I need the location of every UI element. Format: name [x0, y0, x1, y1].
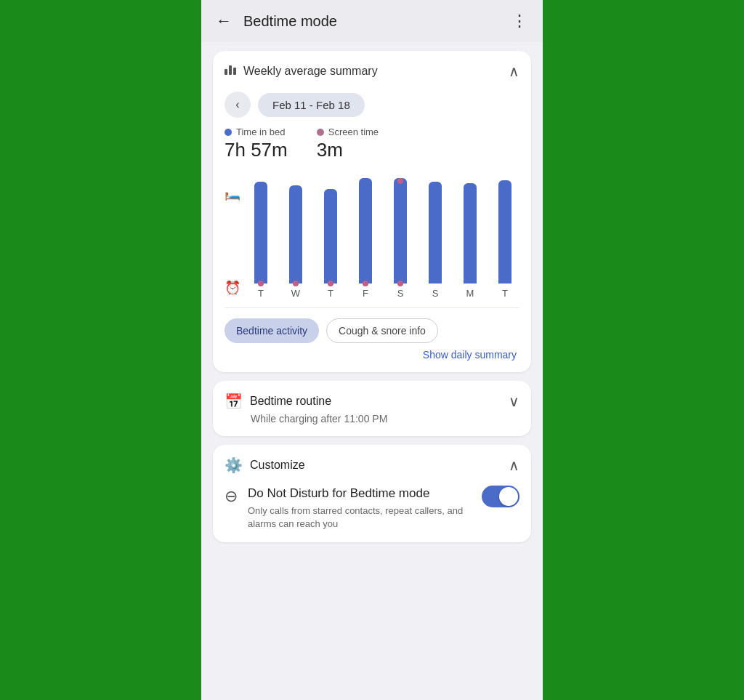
- stats-row: Time in bed 7h 57m Screen time 3m: [225, 126, 519, 161]
- page-title: Bedtime mode: [243, 13, 500, 30]
- bed-icon: 🛏️: [225, 185, 240, 201]
- collapse-customize-button[interactable]: ∧: [509, 456, 519, 474]
- bar-label-m: M: [466, 288, 474, 299]
- more-options-button[interactable]: ⋮: [512, 12, 528, 31]
- dnd-row: ⊖ Do Not Disturb for Bedtime mode Only c…: [225, 486, 519, 531]
- show-daily-summary-link[interactable]: Show daily summary: [225, 349, 519, 361]
- bar-label-t2: T: [328, 288, 333, 299]
- bar-label-f: F: [363, 288, 368, 299]
- customize-title: Customize: [250, 459, 305, 472]
- alarm-icon: ⏰: [225, 280, 240, 296]
- bar-fill-s2: [429, 182, 442, 283]
- customize-left: ⚙️ Customize: [225, 456, 305, 474]
- bar-label-t1: T: [258, 288, 264, 299]
- time-in-bed-value: 7h 57m: [225, 139, 288, 161]
- bar-label-w: W: [291, 288, 300, 299]
- bar-marker-t1: [258, 281, 264, 286]
- screen-time-stat: Screen time 3m: [317, 126, 379, 161]
- bar-col-s2: S: [421, 167, 450, 299]
- bar-marker-t2: [328, 281, 333, 286]
- bar-marker-w: [293, 281, 299, 286]
- bar-fill-m: [464, 183, 477, 283]
- bar-fill-f: [359, 178, 372, 283]
- customize-card-header: ⚙️ Customize ∧: [225, 456, 519, 474]
- prev-date-button[interactable]: ‹: [225, 92, 251, 118]
- bar-fill-w: [289, 185, 302, 283]
- bar-fill-s1: [394, 178, 407, 283]
- chart-side-icons: 🛏️ ⏰: [225, 182, 240, 299]
- cough-snore-tab[interactable]: Cough & snore info: [326, 318, 438, 343]
- back-button[interactable]: ←: [216, 12, 232, 31]
- screen-time-dot: [317, 129, 324, 136]
- routine-subtitle: While charging after 11:00 PM: [251, 413, 519, 425]
- bar-fill-t1: [254, 182, 267, 283]
- bar-col-f: F: [351, 167, 380, 299]
- bar-label-s2: S: [432, 288, 439, 299]
- phone-frame: ← Bedtime mode ⋮ Weekly average summary …: [201, 0, 543, 700]
- bars-container: T W: [246, 167, 519, 299]
- bar-marker-s1: [397, 281, 403, 286]
- tab-row: Bedtime activity Cough & snore info: [225, 318, 519, 343]
- expand-routine-button[interactable]: ∨: [509, 393, 519, 410]
- routine-title: Bedtime routine: [250, 395, 331, 408]
- screen-time-value: 3m: [317, 139, 379, 161]
- chart-divider: [225, 307, 519, 308]
- weekly-summary-title: Weekly average summary: [243, 65, 378, 78]
- bedtime-activity-tab[interactable]: Bedtime activity: [225, 318, 319, 343]
- customize-card: ⚙️ Customize ∧ ⊖ Do Not Disturb for Bedt…: [213, 445, 531, 542]
- collapse-weekly-summary-button[interactable]: ∧: [509, 63, 519, 80]
- bar-col-w: W: [281, 167, 310, 299]
- time-in-bed-label: Time in bed: [236, 126, 285, 137]
- bar-chart-area: 🛏️ ⏰ T: [225, 167, 519, 299]
- calendar-icon: 📅: [225, 393, 243, 410]
- bar-col-t3: T: [490, 167, 519, 299]
- time-in-bed-stat: Time in bed 7h 57m: [225, 126, 288, 161]
- dnd-title: Do Not Disturb for Bedtime mode: [248, 486, 472, 502]
- bar-marker-f: [363, 281, 368, 286]
- bar-fill-t2: [324, 189, 337, 283]
- header: ← Bedtime mode ⋮: [201, 0, 543, 42]
- bar-label-s1: S: [397, 288, 404, 299]
- screen-time-label: Screen time: [328, 126, 379, 137]
- dnd-icon: ⊖: [225, 487, 238, 506]
- bar-col-s1: S: [386, 167, 415, 299]
- weekly-summary-header: Weekly average summary ∧: [225, 63, 519, 80]
- dnd-desc: Only calls from starred contacts, repeat…: [248, 504, 472, 531]
- gear-icon: ⚙️: [225, 456, 243, 474]
- dnd-text-block: Do Not Disturb for Bedtime mode Only cal…: [248, 486, 472, 531]
- routine-card-left: 📅 Bedtime routine: [225, 393, 331, 410]
- bar-top-marker-s1: [397, 178, 403, 184]
- card-header-left: Weekly average summary: [225, 65, 378, 78]
- routine-card-header: 📅 Bedtime routine ∨: [225, 393, 519, 410]
- bar-chart-icon: [225, 65, 236, 78]
- weekly-summary-card: Weekly average summary ∧ ‹ Feb 11 - Feb …: [213, 51, 531, 372]
- bar-col-m: M: [456, 167, 485, 299]
- bar-label-t3: T: [502, 288, 508, 299]
- bar-fill-t3: [498, 180, 512, 283]
- date-navigator: ‹ Feb 11 - Feb 18: [225, 92, 519, 118]
- toggle-thumb: [499, 487, 518, 506]
- dnd-toggle-container: [482, 486, 519, 507]
- dnd-toggle[interactable]: [482, 486, 519, 507]
- bedtime-routine-card: 📅 Bedtime routine ∨ While charging after…: [213, 381, 531, 436]
- bar-col-t1: T: [246, 167, 275, 299]
- prev-icon: ‹: [235, 98, 239, 111]
- date-range-label: Feb 11 - Feb 18: [258, 93, 365, 117]
- bar-col-t2: T: [316, 167, 345, 299]
- time-in-bed-dot: [225, 129, 232, 136]
